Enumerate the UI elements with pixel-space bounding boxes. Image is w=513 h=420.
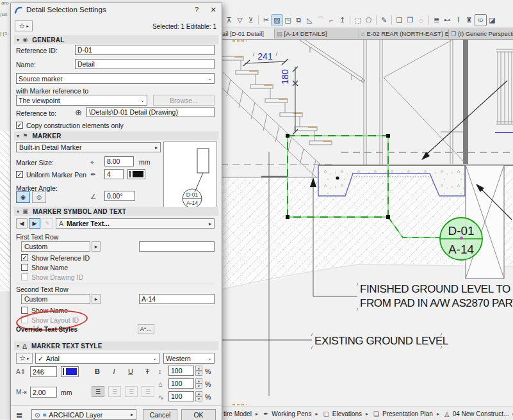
first-row-mode-arrow-button[interactable]: ▸	[92, 241, 101, 252]
marker-component-dropdown[interactable]: A Marker Text... ▸	[56, 218, 215, 229]
element-hotspot[interactable]	[336, 176, 339, 179]
show-drawing-id-checkbox[interactable]	[21, 273, 28, 280]
elevate-icon[interactable]: ↥	[337, 15, 348, 26]
first-row-custom-field[interactable]	[139, 241, 215, 252]
selection-handle[interactable]	[386, 215, 390, 219]
model-filter-control[interactable]: tire Model ▸	[221, 407, 261, 420]
selection-handle[interactable]	[286, 215, 289, 219]
height-percent-field[interactable]	[168, 366, 194, 376]
spacing-percent-field[interactable]	[168, 391, 194, 401]
poly-marquee-icon[interactable]: ⬠	[363, 15, 374, 26]
copy-front-icon[interactable]: ❏	[394, 15, 405, 26]
show-name-checkbox[interactable]	[21, 264, 28, 271]
corner-icon[interactable]: ⌐	[326, 15, 337, 26]
eraser-icon[interactable]: ◪	[487, 15, 498, 26]
align-justify-button[interactable]: ☰	[142, 386, 154, 397]
strikethrough-button[interactable]: Ŧ	[142, 366, 153, 377]
tab-e02-rear-elevation[interactable]: ⌂ E-02 REAR (NORTH-EAST) ELE...	[359, 28, 448, 39]
show-reference-id-checkbox[interactable]: ✓	[21, 254, 28, 261]
dialog-title-bar[interactable]: Detail Selection Settings ? ✕	[11, 3, 222, 16]
name-field[interactable]	[75, 59, 215, 69]
override-text-styles-button[interactable]: A*…	[138, 324, 154, 334]
level-marker-up-icon[interactable]: ⊼	[224, 15, 234, 26]
ghost-icon[interactable]: ◌	[416, 15, 427, 26]
split-icon[interactable]: ✂	[261, 15, 272, 26]
level-marker-base-icon[interactable]: ⊻	[245, 15, 256, 26]
underline-button[interactable]: U	[125, 366, 136, 377]
note-finished-ground-line2[interactable]: FROM PAD IN A/W AS2870 PART	[360, 297, 513, 309]
section-symbol-header[interactable]: ▾ ▣ MARKER SYMBOL AND TEXT	[14, 207, 218, 216]
align-right-button[interactable]: ☰	[125, 386, 138, 397]
selection-handle[interactable]	[286, 134, 289, 138]
dimension-241[interactable]: 241	[243, 51, 288, 66]
layout-book-control[interactable]: ◬ 04 New Construct... ▸	[442, 407, 513, 420]
second-row-mode-arrow-button[interactable]: ▸	[92, 294, 101, 304]
resize-icon[interactable]: ◳	[282, 15, 293, 26]
close-button[interactable]: ✕	[205, 4, 222, 15]
text-style-favorites-button[interactable]: ☆ ▸	[16, 353, 33, 364]
model-view-options-control[interactable]: ▢ Elevations ▸	[320, 407, 371, 420]
marker-kind-dropdown[interactable]: Source marker ⌄	[16, 73, 215, 84]
marker-pen-field[interactable]	[104, 169, 124, 179]
script-dropdown[interactable]: Western ⌄	[163, 353, 215, 364]
detail-marker-d01[interactable]: D-01 A-14	[440, 218, 482, 260]
width-percent-stepper[interactable]: ▲▼	[195, 378, 202, 389]
section-marker-header[interactable]: ▾ ⚑ MARKER	[14, 131, 218, 140]
tab-generic-perspective[interactable]: ❒ (I) Generic Perspective [3D	[449, 28, 513, 39]
section-general-header[interactable]: ▾ ◉ GENERAL	[14, 35, 218, 44]
edit-selection-icon[interactable]: ✎	[379, 15, 389, 26]
reference-id-field[interactable]	[75, 45, 215, 55]
italic-button[interactable]: I	[108, 366, 120, 377]
cancel-button[interactable]: Cancel	[143, 409, 177, 420]
column-icon[interactable]: ♜	[464, 15, 475, 26]
multiply-icon[interactable]: ⧉	[293, 15, 304, 26]
trim-icon[interactable]: ◺	[304, 15, 315, 26]
first-row-mode-dropdown[interactable]: Custom	[21, 241, 90, 252]
font-dropdown[interactable]: ✓ Arial ⌄	[35, 353, 159, 364]
ok-button[interactable]: OK	[181, 409, 216, 420]
help-button[interactable]: ?	[188, 4, 205, 15]
spacing-percent-stepper[interactable]: ▲▼	[195, 391, 202, 401]
tab-a14-details[interactable]: ▤ [A-14 DETAILS]	[275, 28, 359, 39]
marker-angle-field[interactable]	[104, 191, 135, 201]
component-edit-button[interactable]: ✎	[42, 218, 53, 229]
row-height-field[interactable]	[30, 387, 57, 398]
browse-button[interactable]: Browse...	[153, 95, 215, 106]
hatch-tool-icon[interactable]: ▨	[272, 15, 282, 26]
show-name2-checkbox[interactable]	[21, 307, 28, 314]
height-percent-stepper[interactable]: ▲▼	[195, 366, 202, 376]
graphic-override-control[interactable]: ❏ Presentation Plan ▸	[371, 407, 442, 420]
layer-dropdown[interactable]: ⊙ ■ ARCHICAD Layer ▸	[31, 409, 136, 420]
font-size-field[interactable]	[30, 366, 57, 377]
align-center-button[interactable]: ☰	[108, 386, 121, 397]
marker-angle-rotated-button[interactable]: ◎	[32, 191, 46, 203]
component-next-button[interactable]: ▶	[29, 218, 40, 229]
favorites-button[interactable]: ☆ ▸	[15, 20, 33, 31]
tab-d01-detail[interactable]: ail [D-01 Detail]	[221, 28, 274, 39]
dimension-icon[interactable]: ⊷	[442, 15, 453, 26]
copy-construction-checkbox[interactable]: ✓	[16, 122, 23, 129]
marker-hotspot[interactable]	[460, 237, 463, 240]
builtin-marker-dropdown[interactable]: Built-in Detail Marker ▸	[16, 142, 161, 152]
align-left-button[interactable]: ☰	[92, 386, 104, 397]
note-finished-ground-line1[interactable]: FINISHED GROUND LEVEL TO SI	[360, 283, 513, 295]
fillet-icon[interactable]: ⌒	[315, 15, 326, 26]
note-existing-ground[interactable]: EXISTING GROUND LEVEL	[314, 335, 448, 347]
section-text-style-header[interactable]: ▾ A MARKER TEXT STYLE	[14, 341, 218, 350]
width-percent-field[interactable]	[168, 378, 194, 389]
marker-angle-fixed-button[interactable]: ◉	[16, 191, 30, 203]
uniform-pen-checkbox[interactable]: ✓	[16, 171, 23, 178]
drawing-canvas[interactable]: 241 180 D-01 A-14 FINISHED GROUND LEVEL …	[221, 40, 513, 407]
component-prev-button[interactable]: ◀	[16, 218, 28, 229]
pen-set-control[interactable]: ✒ Working Pens ▸	[261, 407, 320, 420]
marker-size-field[interactable]	[104, 156, 134, 166]
text-pen-swatch[interactable]	[61, 366, 79, 377]
marquee-icon[interactable]: ⬚	[352, 15, 363, 26]
marker-pen-swatch[interactable]	[127, 169, 145, 179]
marker-reference-dropdown[interactable]: The viewpoint ⌄	[16, 95, 147, 106]
second-row-mode-dropdown[interactable]: Custom	[21, 294, 90, 304]
stack-icon[interactable]: ≣	[431, 15, 442, 26]
selection-handle[interactable]	[386, 134, 390, 138]
second-row-custom-field[interactable]	[139, 294, 215, 304]
copy-back-icon[interactable]: ❐	[405, 15, 416, 26]
